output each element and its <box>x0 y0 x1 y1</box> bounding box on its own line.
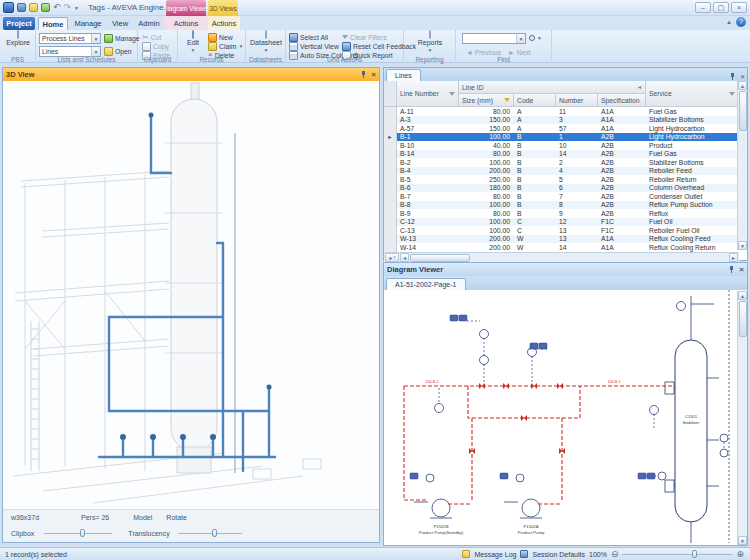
table-row[interactable]: W-14 200.00 W 14 A1A Reflux Cooling Retu… <box>384 243 739 252</box>
cell-code: A <box>514 124 556 133</box>
tab-view[interactable]: View <box>106 17 134 30</box>
col-size[interactable]: Size (mm) <box>459 94 514 107</box>
table-row[interactable]: C-13 100.00 C 13 F1C Reboiler Fuel Oil <box>384 226 739 235</box>
chevron-down-icon[interactable]: ▼ <box>91 34 100 43</box>
table-row[interactable]: A-11 80.00 A 11 A1A Fuel Gas <box>384 107 739 116</box>
3d-mode-rotate[interactable]: Rotate <box>166 514 187 521</box>
grid-horizontal-scrollbar[interactable]: ►* ◄ ► <box>384 252 739 262</box>
find-search-input[interactable]: ▼ <box>462 33 526 44</box>
zoom-out-icon[interactable]: ⊖ <box>611 549 619 559</box>
scroll-left-icon[interactable]: ◄ <box>400 253 409 262</box>
3d-perspective[interactable]: Pers= 26 <box>81 514 109 521</box>
folder-open-icon <box>104 47 113 56</box>
qat-dropdown-icon[interactable]: ▼ <box>74 5 79 11</box>
panel-3d-view: 3D View × <box>2 67 380 543</box>
table-row[interactable]: A-57 150.00 A 57 A1A Light Hydrocarbon <box>384 124 739 133</box>
tab-actions-diagram[interactable]: Actions <box>166 17 206 30</box>
reports-button[interactable]: Reports ▼ <box>415 31 445 53</box>
close-icon[interactable]: × <box>740 72 745 81</box>
cell-size: 100.00 <box>459 133 514 142</box>
close-icon[interactable]: × <box>371 70 376 79</box>
table-row[interactable]: B-9 80.00 B 9 A2B Reflux <box>384 209 739 218</box>
tab-admin[interactable]: Admin <box>134 17 164 30</box>
save-icon[interactable] <box>17 3 26 12</box>
tab-lines[interactable]: Lines <box>386 69 421 81</box>
diagram-viewer-header[interactable]: Diagram Viewer × <box>384 263 747 276</box>
new-row-button[interactable]: ►* <box>385 253 399 262</box>
col-code[interactable]: Code <box>514 94 556 107</box>
close-button[interactable]: × <box>731 2 747 13</box>
3d-mode-model[interactable]: Model <box>133 514 152 521</box>
table-row[interactable]: B-6 180.00 B 6 A2B Column Overhead <box>384 184 739 193</box>
zoom-slider[interactable] <box>622 554 732 555</box>
3d-view-header[interactable]: 3D View × <box>3 68 379 81</box>
tab-actions-3d[interactable]: Actions <box>208 17 240 30</box>
message-log-button[interactable]: Message Log <box>474 551 516 558</box>
manage-button[interactable]: Manage <box>104 33 140 43</box>
process-lines-combo[interactable]: Process Lines▼ <box>39 33 101 44</box>
scroll-down-icon[interactable]: ▼ <box>738 241 747 250</box>
table-row[interactable]: A-3 150.00 A 3 A1A Stabilizer Bottoms <box>384 116 739 125</box>
pin-icon[interactable] <box>360 70 367 79</box>
translucency-slider[interactable] <box>178 533 242 534</box>
active-filter-icon[interactable] <box>504 98 510 102</box>
tab-manage[interactable]: Manage <box>70 17 106 30</box>
redo-icon[interactable]: ↷ <box>64 3 72 12</box>
scroll-up-icon[interactable]: ▲ <box>738 81 747 90</box>
diagram-vertical-scrollbar[interactable]: ▲ ▼ <box>737 291 747 545</box>
col-specification[interactable]: Specification <box>598 94 646 107</box>
scroll-thumb[interactable] <box>410 254 470 262</box>
table-row[interactable]: B-2 100.00 B 2 A2B Stabilizer Bottoms <box>384 158 739 167</box>
datasheet-button[interactable]: Datasheet ▼ <box>250 31 282 53</box>
grid-vertical-scrollbar[interactable]: ▲ ▼ <box>737 81 747 250</box>
3d-viewport[interactable] <box>3 81 379 508</box>
scroll-right-icon[interactable]: ► <box>729 253 738 262</box>
chevron-down-icon[interactable]: ▼ <box>516 34 525 43</box>
table-row[interactable]: W-13 200.00 W 13 A1A Reflux Cooling Feed <box>384 235 739 244</box>
col-line-number[interactable]: Line Number <box>397 81 459 107</box>
edit-button[interactable]: Edit ▼ <box>180 31 206 53</box>
tab-diagram-page[interactable]: A1-51-2002-Page-1 <box>386 278 466 290</box>
chevron-down-icon[interactable]: ▼ <box>91 47 100 56</box>
table-row[interactable]: ► B-1 100.00 B 1 A2B Light Hydrocarbon <box>384 133 739 142</box>
scroll-up-icon[interactable]: ▲ <box>738 291 747 300</box>
explore-button[interactable]: Explore <box>3 31 33 46</box>
table-row[interactable]: B-5 250.00 B 5 A2B Reboiler Return <box>384 175 739 184</box>
scroll-down-icon[interactable]: ▼ <box>738 536 747 545</box>
table-row[interactable]: B-14 80.00 B 14 A2B Fuel Gas <box>384 150 739 159</box>
tab-project[interactable]: Project <box>3 17 35 30</box>
undo-icon[interactable]: ↶ <box>53 3 61 12</box>
collapse-icon[interactable]: ◄ <box>637 84 642 90</box>
table-row[interactable]: B-4 200.00 B 4 A2B Reboiler Feed <box>384 167 739 176</box>
filter-icon[interactable] <box>449 92 455 96</box>
help-icon[interactable]: ? <box>736 17 746 27</box>
table-row[interactable]: B-8 100.00 B 8 A2B Reflux Pump Suction <box>384 201 739 210</box>
col-number[interactable]: Number <box>556 94 598 107</box>
session-defaults-button[interactable]: Session Defaults <box>532 551 585 558</box>
filter-icon[interactable] <box>729 92 735 96</box>
table-row[interactable]: C-12 100.00 C 12 F1C Fuel Oil <box>384 218 739 227</box>
maximize-button[interactable]: ▢ <box>713 2 729 13</box>
pin-icon[interactable] <box>728 265 735 274</box>
table-row[interactable]: B-10 40.00 B 10 A2B Product <box>384 141 739 150</box>
refresh-icon[interactable] <box>29 3 38 12</box>
col-group-line-id[interactable]: Line ID◄ <box>459 81 646 94</box>
zoom-in-icon[interactable]: ⊕ <box>736 549 744 559</box>
cell-code: W <box>514 235 556 244</box>
table-row[interactable]: B-7 80.00 B 7 A2B Condenser Outlet <box>384 192 739 201</box>
open-button[interactable]: Open <box>104 46 132 56</box>
scroll-thumb[interactable] <box>739 301 747 337</box>
row-indicator <box>384 175 397 184</box>
minimize-button[interactable]: – <box>695 2 711 13</box>
close-icon[interactable]: × <box>739 265 744 274</box>
clipbox-slider[interactable] <box>44 533 112 534</box>
scroll-thumb[interactable] <box>739 91 747 131</box>
diagram-canvas[interactable]: C1101 Stabilizer P1502B Product Pump(Sta… <box>384 290 737 543</box>
col-service[interactable]: Service <box>646 81 739 107</box>
search-button[interactable]: ▼ <box>529 33 542 43</box>
sync-icon[interactable] <box>41 3 50 12</box>
tab-home[interactable]: Home <box>38 17 68 30</box>
pin-icon[interactable] <box>729 72 736 81</box>
minimize-ribbon-icon[interactable]: ▲ <box>726 19 732 25</box>
app-icon[interactable] <box>3 2 14 13</box>
